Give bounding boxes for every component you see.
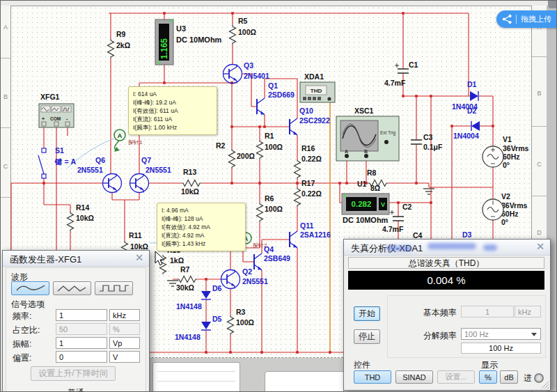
rise-fall-time-button: 设置上升/下降时间 [31, 366, 116, 381]
panel-titlebar[interactable]: 函数发生器-XFG1 ✕ [3, 251, 149, 267]
multimeter-U3[interactable]: 1.165 V U3 DC 10MOhm [155, 19, 222, 65]
svg-text:C3: C3 [423, 133, 433, 141]
sinad-mode-button[interactable]: SINAD [395, 370, 433, 384]
svg-text:2N5401: 2N5401 [244, 72, 269, 80]
transistor-Q11[interactable]: Q112SA1216 [300, 221, 331, 239]
duty-input: 50 [56, 323, 107, 335]
svg-text:U3: U3 [176, 24, 186, 33]
settings-button: 设置... [437, 370, 475, 384]
svg-text:200Ω: 200Ω [237, 152, 255, 160]
resistor-R16[interactable]: R160.22Ω [301, 144, 322, 163]
probe-info-box-1[interactable]: I: 614 uA I(峰-峰): 19.2 uA I(有效值): 611 uA… [128, 86, 217, 135]
sine-wave-button[interactable] [11, 281, 49, 295]
transistor-Q3[interactable]: Q32N5401 [244, 61, 269, 80]
probe-info-line: I(直流): 4.92 mA [162, 231, 241, 240]
svg-text:2N5551: 2N5551 [146, 166, 171, 174]
transistor-Q4[interactable]: Q42SB649 [264, 245, 290, 262]
resistor-R11[interactable]: R1110kΩ [129, 231, 148, 251]
resistor-R3[interactable]: R3100Ω [236, 308, 254, 327]
probe-info-box-2[interactable]: I: 4.96 mA I(峰-峰): 128 uA I(有效值): 4.92 m… [157, 203, 246, 251]
signal-options-label: 信号选项 [11, 299, 45, 311]
svg-text:D5: D5 [212, 315, 222, 323]
resolution-freq-select[interactable]: 100 Hz [461, 328, 541, 340]
display-group-label: 显示 [481, 359, 498, 371]
drag-upload-button[interactable]: 拖拽上传 [496, 10, 557, 28]
resize-grip[interactable] [540, 380, 549, 389]
chevron-down-icon[interactable] [531, 333, 537, 336]
watermark-blur [483, 244, 497, 251]
resistor-R13[interactable]: R1310kΩ [181, 168, 199, 196]
panel-title: 函数发生器-XFG1 [10, 253, 81, 266]
function-generator-panel[interactable]: 函数发生器-XFG1 ✕ 波形 信号选项 频率: 1 kHz 占空比: 50 %… [2, 250, 150, 392]
db-button[interactable]: dB [500, 370, 518, 384]
svg-text:R13: R13 [183, 168, 196, 176]
transistor-Q6[interactable]: Q62N5551 [77, 156, 105, 174]
resistor-R2[interactable]: R2200Ω [216, 141, 255, 160]
thd-mode-button[interactable]: THD [354, 370, 391, 384]
diode-D5[interactable]: D51N4148 [175, 315, 222, 341]
amplitude-label: 振幅: [13, 338, 31, 350]
triangle-wave-button[interactable] [53, 281, 91, 295]
close-icon[interactable]: ✕ [536, 241, 544, 252]
svg-text:Q1: Q1 [268, 81, 278, 90]
square-wave-button[interactable] [95, 281, 133, 295]
duty-label: 占空比: [13, 324, 40, 336]
distortion-analyzer-panel[interactable]: 失真分析仪-XDA1 ✕ 总谐波失真（THD） 0.004 % 开始 停止 基本… [343, 239, 551, 391]
stop-button[interactable]: 停止 [354, 329, 380, 344]
frequency-input[interactable]: 1 [56, 309, 107, 321]
svg-text:36Vrms: 36Vrms [503, 144, 529, 152]
transistor-Q7[interactable]: Q72N5551 [141, 156, 171, 174]
offset-unit[interactable]: V [109, 351, 140, 363]
transistor-Q10[interactable]: Q102SC2922 [299, 107, 330, 125]
svg-text:XDA1: XDA1 [304, 72, 324, 81]
diode-D3[interactable]: D3 [462, 230, 472, 239]
resistor-R6[interactable]: R6100Ω [265, 194, 283, 213]
svg-text:36Vrms: 36Vrms [501, 201, 528, 210]
start-button[interactable]: 开始 [354, 306, 380, 321]
capacitor-C1[interactable]: C14.7mF [384, 61, 418, 87]
offset-input[interactable]: 0 [56, 351, 107, 363]
square-icon [98, 283, 130, 294]
svg-text:1N4148: 1N4148 [175, 333, 201, 341]
panel-titlebar[interactable]: 失真分析仪-XDA1 ✕ [344, 240, 550, 256]
percent-button[interactable]: % [479, 370, 497, 384]
resistor-R17[interactable]: R170.22Ω [301, 179, 322, 198]
source-V2[interactable]: V236Vrms60Hz0° [501, 192, 528, 226]
oscilloscope-icon[interactable]: XSC1 Ext Trig A B [336, 107, 399, 161]
watermark-blur [386, 246, 412, 251]
transistor-Q1[interactable]: Q12SD669 [268, 81, 295, 99]
svg-text:0.1μF: 0.1μF [423, 143, 443, 151]
dock-box [152, 362, 240, 392]
resistor-R14[interactable]: R1410kΩ [76, 203, 94, 222]
transistor-Q2[interactable]: Q22N5551 [242, 267, 268, 285]
amplitude-input[interactable]: 1 [56, 337, 107, 349]
resistor-R1[interactable]: R1100Ω [265, 132, 283, 151]
distortion-analyzer-icon[interactable]: XDA1 THD [300, 72, 335, 102]
multimeter-U1[interactable]: 0.282 V U1 DC 10MOhm [342, 180, 389, 224]
capacitor-C3[interactable]: C30.1μF [423, 133, 443, 151]
switch-s1[interactable] [38, 148, 46, 178]
fundamental-freq-unit: kHz [515, 306, 541, 317]
source-V1[interactable]: V136Vrms60Hz0° [503, 135, 529, 169]
resistor-R9[interactable]: R92kΩ [116, 30, 130, 49]
svg-text:0.22Ω: 0.22Ω [301, 155, 322, 163]
switch-s1-label: S1键 = A [54, 146, 76, 166]
svg-text:U1: U1 [357, 180, 367, 188]
svg-text:1N4148: 1N4148 [176, 302, 202, 311]
svg-text:10kΩ: 10kΩ [76, 214, 94, 222]
svg-text:4.7mF: 4.7mF [384, 79, 406, 87]
svg-text:2SA1216: 2SA1216 [300, 230, 331, 239]
amplitude-unit[interactable]: Vp [109, 337, 140, 349]
svg-text:S1: S1 [55, 146, 64, 155]
svg-text:R1: R1 [265, 132, 274, 140]
function-generator-icon[interactable]: XFG1 + COM - [39, 93, 74, 127]
svg-text:R9: R9 [116, 30, 126, 38]
probe-info-line: I(峰-峰): 19.2 uA [133, 98, 212, 107]
svg-text:D1: D1 [467, 80, 477, 88]
resistor-R8[interactable]: R88Ω [367, 168, 380, 192]
frequency-unit[interactable]: kHz [109, 309, 140, 321]
close-icon[interactable]: ✕ [135, 252, 143, 263]
resistor-R5[interactable]: R5100Ω [238, 17, 256, 36]
diode-D2[interactable]: D21N4004 [453, 107, 479, 140]
svg-text:0°: 0° [501, 218, 508, 226]
